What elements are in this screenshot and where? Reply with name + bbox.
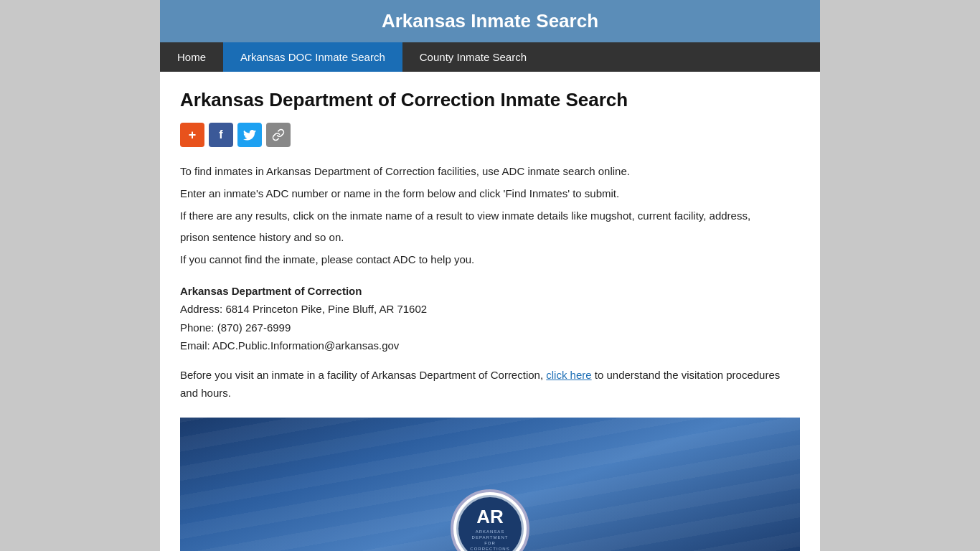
seal-inner: AR ARKANSAS DEPARTMENTFORCORRECTIONS [456,495,524,551]
left-sidebar [0,0,160,551]
main-nav: Home Arkansas DOC Inmate Search County I… [160,42,820,72]
email-value: ADC.Public.Information@arkansas.gov [212,339,399,352]
email-line: Email: ADC.Public.Information@arkansas.g… [180,336,800,355]
site-title: Arkansas Inmate Search [174,10,806,32]
nav-item-home[interactable]: Home [160,42,223,72]
intro-line-1: To find inmates in Arkansas Department o… [180,163,800,181]
phone-line: Phone: (870) 267-6999 [180,319,800,337]
nav-item-county[interactable]: County Inmate Search [402,42,544,72]
share-twitter-button[interactable] [237,123,262,147]
seal-description: ARKANSAS DEPARTMENTFORCORRECTIONS [458,529,522,551]
phone-value: (870) 267-6999 [217,321,291,334]
org-name: Arkansas Department of Correction [180,282,800,301]
visitation-paragraph: Before you visit an inmate in a facility… [180,367,800,402]
intro-line-3: If there are any results, click on the i… [180,207,800,225]
content-wrapper: Arkansas Department of Correction Inmate… [160,72,820,551]
contact-block: Arkansas Department of Correction Addres… [180,282,800,355]
intro-line-2: Enter an inmate's ADC number or name in … [180,185,800,203]
site-header: Arkansas Inmate Search [160,0,820,42]
intro-line-4: prison sentence history and so on. [180,229,800,247]
visitation-link[interactable]: click here [546,369,591,381]
address-line: Address: 6814 Princeton Pike, Pine Bluff… [180,300,800,319]
right-sidebar [820,0,980,551]
seal-ar-text: AR [476,506,504,528]
share-copy-button[interactable] [266,123,291,147]
share-addthis-button[interactable]: + [180,123,204,147]
adc-banner: AR ARKANSAS DEPARTMENTFORCORRECTIONS [180,418,800,551]
phone-label: Phone: [180,321,215,334]
address-value: 6814 Princeton Pike, Pine Bluff, AR 7160… [225,303,427,315]
visitation-text-before: Before you visit an inmate in a facility… [180,369,543,381]
share-buttons: + f [180,123,800,147]
intro-line-5: If you cannot find the inmate, please co… [180,251,800,269]
page-heading: Arkansas Department of Correction Inmate… [180,89,800,111]
intro-text: To find inmates in Arkansas Department o… [180,163,800,269]
email-label: Email: [180,339,210,352]
share-facebook-button[interactable]: f [209,123,233,147]
adc-seal: AR ARKANSAS DEPARTMENTFORCORRECTIONS [451,489,529,551]
nav-item-doc[interactable]: Arkansas DOC Inmate Search [223,42,402,72]
address-label: Address: [180,303,222,315]
